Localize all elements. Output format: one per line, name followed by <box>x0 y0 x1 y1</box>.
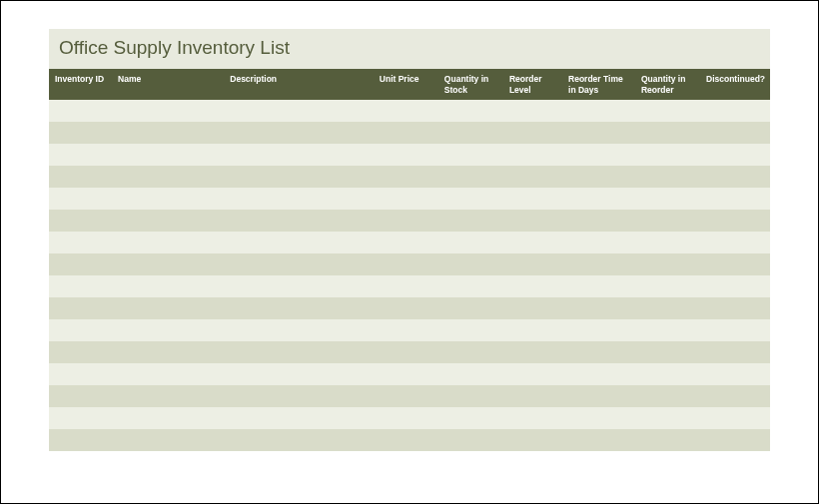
table-cell[interactable] <box>504 429 563 451</box>
table-cell[interactable] <box>636 253 701 275</box>
table-cell[interactable] <box>438 363 503 385</box>
table-cell[interactable] <box>374 407 438 429</box>
table-cell[interactable] <box>563 232 636 253</box>
table-cell[interactable] <box>225 297 375 319</box>
table-row[interactable] <box>49 232 770 253</box>
table-cell[interactable] <box>438 166 503 188</box>
table-cell[interactable] <box>225 319 375 341</box>
table-cell[interactable] <box>374 144 438 166</box>
table-cell[interactable] <box>225 122 375 144</box>
table-cell[interactable] <box>374 100 438 122</box>
table-cell[interactable] <box>438 253 503 275</box>
table-cell[interactable] <box>563 122 636 144</box>
table-cell[interactable] <box>49 341 112 363</box>
table-cell[interactable] <box>374 275 438 297</box>
table-cell[interactable] <box>374 429 438 451</box>
table-cell[interactable] <box>49 385 112 407</box>
table-cell[interactable] <box>701 122 770 144</box>
table-cell[interactable] <box>701 341 770 363</box>
table-row[interactable] <box>49 166 770 188</box>
table-row[interactable] <box>49 363 770 385</box>
table-cell[interactable] <box>701 385 770 407</box>
table-cell[interactable] <box>225 385 375 407</box>
table-cell[interactable] <box>636 341 701 363</box>
table-cell[interactable] <box>563 188 636 210</box>
table-cell[interactable] <box>563 253 636 275</box>
table-cell[interactable] <box>701 166 770 188</box>
table-cell[interactable] <box>504 188 563 210</box>
table-cell[interactable] <box>112 253 224 275</box>
table-row[interactable] <box>49 144 770 166</box>
table-cell[interactable] <box>636 188 701 210</box>
table-cell[interactable] <box>563 144 636 166</box>
table-cell[interactable] <box>438 122 503 144</box>
table-cell[interactable] <box>112 122 224 144</box>
table-cell[interactable] <box>438 297 503 319</box>
table-cell[interactable] <box>49 122 112 144</box>
table-cell[interactable] <box>636 232 701 253</box>
table-cell[interactable] <box>49 166 112 188</box>
table-cell[interactable] <box>701 232 770 253</box>
table-cell[interactable] <box>49 297 112 319</box>
table-cell[interactable] <box>504 407 563 429</box>
table-cell[interactable] <box>225 100 375 122</box>
table-cell[interactable] <box>49 188 112 210</box>
table-cell[interactable] <box>112 297 224 319</box>
table-cell[interactable] <box>701 275 770 297</box>
table-row[interactable] <box>49 407 770 429</box>
table-cell[interactable] <box>438 100 503 122</box>
table-cell[interactable] <box>563 100 636 122</box>
table-cell[interactable] <box>225 188 375 210</box>
table-cell[interactable] <box>438 188 503 210</box>
table-cell[interactable] <box>504 363 563 385</box>
table-cell[interactable] <box>563 363 636 385</box>
table-cell[interactable] <box>563 385 636 407</box>
table-cell[interactable] <box>49 429 112 451</box>
table-cell[interactable] <box>112 341 224 363</box>
table-cell[interactable] <box>504 253 563 275</box>
table-cell[interactable] <box>438 210 503 232</box>
table-cell[interactable] <box>49 407 112 429</box>
table-cell[interactable] <box>636 166 701 188</box>
table-cell[interactable] <box>504 341 563 363</box>
table-cell[interactable] <box>504 232 563 253</box>
table-cell[interactable] <box>49 100 112 122</box>
table-cell[interactable] <box>225 429 375 451</box>
table-cell[interactable] <box>701 407 770 429</box>
table-cell[interactable] <box>112 319 224 341</box>
table-cell[interactable] <box>374 297 438 319</box>
table-cell[interactable] <box>563 341 636 363</box>
table-cell[interactable] <box>701 210 770 232</box>
table-cell[interactable] <box>49 319 112 341</box>
table-cell[interactable] <box>112 100 224 122</box>
table-cell[interactable] <box>112 188 224 210</box>
table-cell[interactable] <box>701 100 770 122</box>
table-cell[interactable] <box>563 319 636 341</box>
table-row[interactable] <box>49 341 770 363</box>
table-cell[interactable] <box>504 297 563 319</box>
table-cell[interactable] <box>112 144 224 166</box>
table-cell[interactable] <box>636 210 701 232</box>
table-cell[interactable] <box>225 407 375 429</box>
table-cell[interactable] <box>49 232 112 253</box>
table-cell[interactable] <box>112 385 224 407</box>
table-cell[interactable] <box>636 363 701 385</box>
table-cell[interactable] <box>563 297 636 319</box>
table-cell[interactable] <box>374 122 438 144</box>
table-row[interactable] <box>49 100 770 122</box>
table-cell[interactable] <box>438 407 503 429</box>
table-row[interactable] <box>49 210 770 232</box>
table-cell[interactable] <box>49 253 112 275</box>
table-cell[interactable] <box>636 385 701 407</box>
table-row[interactable] <box>49 297 770 319</box>
table-cell[interactable] <box>49 144 112 166</box>
table-cell[interactable] <box>636 144 701 166</box>
table-cell[interactable] <box>504 166 563 188</box>
table-cell[interactable] <box>374 232 438 253</box>
table-row[interactable] <box>49 188 770 210</box>
table-cell[interactable] <box>563 407 636 429</box>
table-cell[interactable] <box>701 188 770 210</box>
table-cell[interactable] <box>701 429 770 451</box>
table-cell[interactable] <box>225 275 375 297</box>
table-cell[interactable] <box>563 166 636 188</box>
